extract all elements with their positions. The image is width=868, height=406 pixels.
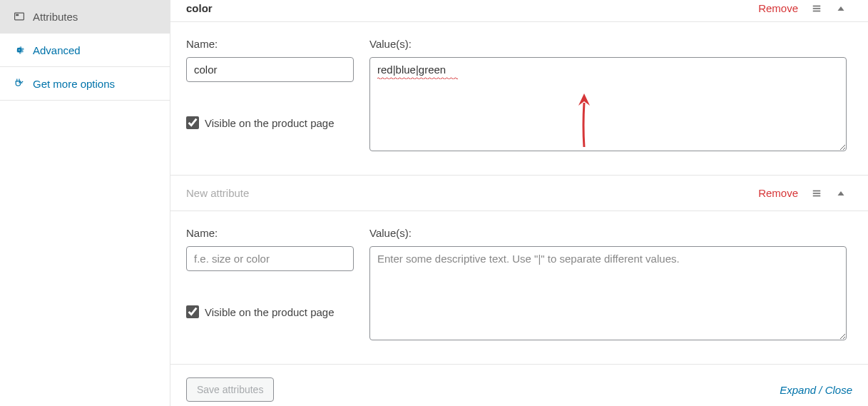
visible-checkbox[interactable] [186,305,199,318]
close-link[interactable]: Close [825,384,852,396]
collapse-icon[interactable] [835,188,847,199]
plugin-icon [13,77,26,90]
attribute-panel: New attribute Remove Name: [170,176,868,365]
svg-rect-1 [16,14,19,16]
attributes-icon [13,10,26,23]
sidebar: Attributes Advanced Get more options [0,0,170,406]
values-label: Value(s): [369,227,847,239]
footer-links: Expand / Close [780,384,852,396]
save-attributes-button[interactable]: Save attributes [186,377,274,402]
sidebar-item-advanced[interactable]: Advanced [0,34,170,67]
visible-label[interactable]: Visible on the product page [205,117,335,129]
values-label: Value(s): [369,38,847,50]
main-content: color Remove Name: Vis [170,0,868,406]
name-label: Name: [186,227,354,239]
panel-header: color Remove [170,0,868,22]
name-label: Name: [186,38,354,50]
sidebar-item-get-more-options[interactable]: Get more options [0,67,170,101]
attribute-panel: color Remove Name: Vis [170,0,868,176]
visible-label[interactable]: Visible on the product page [205,306,335,318]
remove-button[interactable]: Remove [758,187,798,199]
panel-footer: Save attributes Expand / Close [170,365,868,406]
expand-link[interactable]: Expand [780,384,816,396]
drag-icon[interactable] [811,3,822,14]
sidebar-item-label: Get more options [33,78,115,90]
sidebar-item-attributes[interactable]: Attributes [0,0,170,34]
values-textarea[interactable] [369,246,847,340]
separator: / [816,384,825,396]
svg-rect-0 [15,13,24,20]
values-textarea[interactable]: red|blue|green [369,57,847,151]
gear-icon [13,44,26,56]
collapse-icon[interactable] [835,3,847,14]
panel-title: New attribute [186,187,249,199]
panel-header: New attribute Remove [170,176,868,211]
drag-icon[interactable] [811,188,822,199]
visible-checkbox[interactable] [186,116,199,129]
sidebar-item-label: Attributes [33,11,78,23]
sidebar-item-label: Advanced [33,44,81,56]
remove-button[interactable]: Remove [758,2,798,14]
name-input[interactable] [186,57,354,82]
name-input[interactable] [186,246,354,271]
panel-title: color [186,2,213,14]
